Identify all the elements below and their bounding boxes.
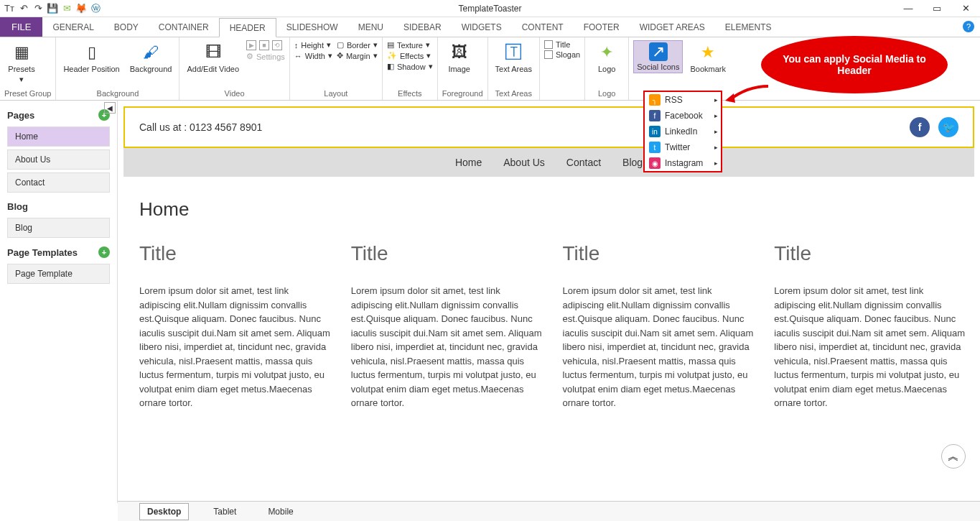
tab-slideshow[interactable]: SLIDESHOW [276,17,348,37]
menu-item-about[interactable]: About Us [503,157,545,168]
annotation-arrow-icon [725,83,768,104]
width-dropdown[interactable]: ↔ Width ▾ [294,51,332,60]
addedit-video-button[interactable]: 🎞Add/Edit Video [184,40,242,75]
tab-general[interactable]: GENERAL [42,17,103,37]
undo-icon[interactable]: ↶ [17,2,30,15]
left-sidebar: ◀ Pages+ Home About Us Contact Blog Blog… [0,101,118,503]
dropdown-item-instagram[interactable]: ◉Instagram▸ [645,155,721,171]
social-icons-dropdown: ╮RSS▸ fFacebook▸ inLinkedIn▸ tTwitter▸ ◉… [643,91,722,172]
column-text: Lorem ipsum dolor sit amet, test link ad… [563,284,755,410]
content-column: TitleLorem ipsum dolor sit amet, test li… [139,242,331,410]
save-icon[interactable]: 💾 [46,2,59,15]
view-desktop[interactable]: Desktop [139,503,189,520]
wordpress-icon[interactable]: ⓦ [89,2,102,15]
tab-footer[interactable]: FOOTER [574,17,630,37]
header-position-button[interactable]: ▯Header Position [60,40,122,75]
content-column: TitleLorem ipsum dolor sit amet, test li… [774,242,966,410]
dropdown-item-twitter[interactable]: tTwitter▸ [645,139,721,155]
dropdown-item-linkedin[interactable]: inLinkedIn▸ [645,124,721,139]
slogan-checkbox[interactable]: Slogan [544,50,580,59]
scroll-top-button[interactable]: ︽ [941,444,966,469]
bookmark-button[interactable]: ★Bookmark [687,40,729,75]
logo-label: Logo [598,65,615,73]
presets-label: Presets [8,65,34,73]
group-foreground: 🖼Image Foreground [438,37,488,100]
column-title: Title [139,242,331,265]
social-icons-button[interactable]: ↗Social Icons [633,40,683,73]
logo-icon: ✦ [596,42,617,63]
sidebar-item-home[interactable]: Home [7,126,110,147]
quick-access-toolbar: Tт ↶ ↷ 💾 ✉ 🦊 ⓦ [0,2,102,15]
title-checkbox[interactable]: Title [544,40,580,49]
group-label: Preset Group [4,88,51,100]
facebook-icon: f [649,110,661,121]
sidebar-item-template[interactable]: Page Template [7,264,110,284]
sidebar-item-contact[interactable]: Contact [7,172,110,193]
column-text: Lorem ipsum dolor sit amet, test link ad… [774,284,966,410]
rss-icon: ╮ [649,94,661,106]
help-icon[interactable]: ? [963,21,974,32]
group-layout: ↕ Height ▾ ↔ Width ▾ ▢ Border ▾ ✥ Margin… [290,37,383,100]
sidebar-item-blog[interactable]: Blog [7,218,110,238]
title-bar: Tт ↶ ↷ 💾 ✉ 🦊 ⓦ TemplateToaster — ▭ ✕ [0,0,980,17]
main-area: ◀ Pages+ Home About Us Contact Blog Blog… [0,101,980,503]
firefox-icon[interactable]: 🦊 [75,2,88,15]
menu-item-blog[interactable]: Blog [622,157,643,168]
film-icon: 🎞 [202,42,224,63]
background-button[interactable]: 🖌Background [127,40,175,75]
close-button[interactable]: ✕ [951,0,980,17]
menu-item-home[interactable]: Home [455,157,482,168]
brush-icon: 🖌 [140,42,162,63]
group-label: Layout [294,88,378,100]
view-mobile[interactable]: Mobile [261,504,300,520]
video-settings-button[interactable]: ⚙Settings [246,52,285,61]
texture-dropdown[interactable]: ▤ Texture ▾ [387,40,433,50]
textareas-button[interactable]: 🅃Text Areas [493,40,535,75]
shadow-dropdown[interactable]: ◧ Shadow ▾ [387,62,433,71]
file-tab[interactable]: FILE [0,17,42,37]
effects-dropdown[interactable]: ✨ Effects ▾ [387,51,433,60]
view-tablet[interactable]: Tablet [206,504,243,520]
view-switcher: Desktop Tablet Mobile [118,501,980,521]
tab-body[interactable]: BODY [104,17,149,37]
header-twitter-icon[interactable]: 🐦 [938,117,958,137]
dropdown-item-rss[interactable]: ╮RSS▸ [645,92,721,108]
group-background: ▯Header Position 🖌Background Background [56,37,179,100]
header-facebook-icon[interactable]: f [910,117,930,137]
border-dropdown[interactable]: ▢ Border ▾ [337,40,378,50]
tt-logo-icon[interactable]: Tт [3,2,16,15]
logo-button[interactable]: ✦Logo [589,40,624,75]
add-template-button[interactable]: + [98,246,110,258]
group-label: Effects [387,88,433,100]
tab-header[interactable]: HEADER [219,18,276,37]
image-button[interactable]: 🖼Image [442,40,477,75]
chevron-right-icon: ▸ [714,144,718,151]
star-icon: ★ [697,42,719,63]
dropdown-item-facebook[interactable]: fFacebook▸ [645,108,721,124]
tab-content[interactable]: CONTENT [512,17,574,37]
collapse-sidebar-button[interactable]: ◀ [104,102,116,114]
template-header[interactable]: Call us at : 0123 4567 8901 f 🐦 [123,106,974,148]
sidebar-section-pages: Pages+ [0,103,117,124]
presets-button[interactable]: ▦Presets▾ [4,40,39,86]
header-call-text: Call us at : 0123 4567 8901 [139,121,262,133]
sidebar-item-about[interactable]: About Us [7,149,110,170]
tab-menu[interactable]: MENU [348,17,393,37]
design-canvas: Call us at : 0123 4567 8901 f 🐦 Home Abo… [118,101,980,503]
mail-icon[interactable]: ✉ [60,2,73,15]
margin-dropdown[interactable]: ✥ Margin ▾ [337,51,378,60]
height-dropdown[interactable]: ↕ Height ▾ [294,40,332,50]
tab-widget-areas[interactable]: WIDGET AREAS [630,17,715,37]
maximize-button[interactable]: ▭ [923,0,951,17]
tab-container[interactable]: CONTAINER [149,17,219,37]
linkedin-icon: in [649,126,661,137]
content-column: TitleLorem ipsum dolor sit amet, test li… [351,242,543,410]
column-text: Lorem ipsum dolor sit amet, test link ad… [139,284,331,410]
tab-widgets[interactable]: WIDGETS [452,17,512,37]
column-title: Title [774,242,966,265]
redo-icon[interactable]: ↷ [32,2,45,15]
tab-sidebar[interactable]: SIDEBAR [393,17,452,37]
menu-item-contact[interactable]: Contact [566,157,601,168]
minimize-button[interactable]: — [894,0,923,17]
tab-elements[interactable]: ELEMENTS [715,17,782,37]
